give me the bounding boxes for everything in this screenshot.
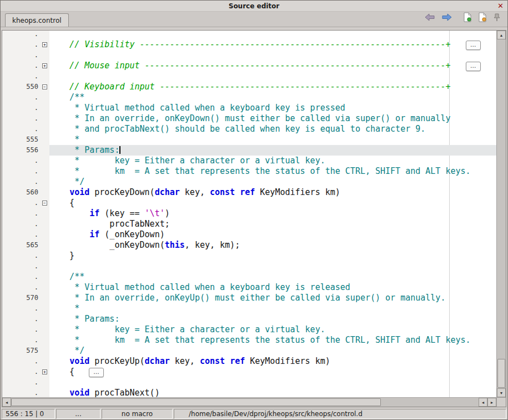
code-line[interactable]: . */ bbox=[2, 177, 496, 187]
line-number: . bbox=[2, 251, 41, 261]
code-text bbox=[49, 71, 496, 82]
open-document-button[interactable] bbox=[478, 12, 487, 24]
line-number: . bbox=[2, 272, 41, 282]
code-text bbox=[49, 31, 496, 39]
status-bar: 556 : 15 | 0 ... no macro /home/basile/D… bbox=[1, 408, 507, 419]
fold-minus-icon[interactable]: − bbox=[42, 201, 47, 206]
fold-margin bbox=[41, 145, 49, 156]
collapsed-code-icon[interactable]: ... bbox=[466, 41, 481, 50]
fold-margin bbox=[41, 31, 49, 39]
code-line[interactable]: .+ // Mouse input ----------------------… bbox=[2, 61, 496, 71]
code-line[interactable]: 550− // Keyboard input -----------------… bbox=[2, 82, 496, 92]
detach-editor-button[interactable] bbox=[493, 13, 501, 23]
code-line[interactable]: .+ {... bbox=[2, 367, 496, 377]
title-bar[interactable]: Source editor ✕ bbox=[1, 1, 507, 12]
fold-margin bbox=[41, 124, 49, 134]
text-cursor bbox=[119, 146, 120, 154]
code-text: * bbox=[49, 303, 496, 314]
nav-back-button[interactable] bbox=[424, 13, 435, 23]
editor-frame: ..+ // Visibility ----------------------… bbox=[2, 30, 506, 407]
code-line[interactable]: 555 * bbox=[2, 134, 496, 145]
code-line[interactable]: . } bbox=[2, 251, 496, 261]
code-line[interactable]: . procTabNext; bbox=[2, 219, 496, 229]
line-number: . bbox=[2, 388, 41, 397]
code-line[interactable]: . * bbox=[2, 303, 496, 314]
code-line[interactable]: . bbox=[2, 50, 496, 61]
code-line[interactable]: 556 * Params: bbox=[2, 145, 496, 156]
code-text: void procTabNext() bbox=[49, 388, 496, 397]
line-number: 560 bbox=[2, 187, 41, 198]
line-number: . bbox=[2, 177, 41, 187]
fold-plus-icon[interactable]: + bbox=[42, 63, 47, 68]
fold-minus-icon[interactable]: − bbox=[42, 84, 47, 89]
horizontal-scrollbar[interactable]: ◄ ◄ ► bbox=[2, 397, 496, 407]
vertical-scrollbar[interactable]: ▲ ▼ bbox=[496, 31, 506, 397]
code-line[interactable]: . * key = Either a character or a virtua… bbox=[2, 324, 496, 335]
fold-margin bbox=[41, 356, 49, 367]
code-text: _onKeyDown(this, key, km); bbox=[49, 240, 496, 251]
fold-plus-icon[interactable]: + bbox=[42, 369, 47, 374]
code-line[interactable]: . bbox=[2, 71, 496, 82]
nav-forward-button[interactable] bbox=[441, 13, 452, 23]
code-line[interactable]: 565 _onKeyDown(this, key, km); bbox=[2, 240, 496, 251]
code-text: if (key == '\t') bbox=[49, 208, 496, 219]
code-line[interactable]: . * km = A set that represents the statu… bbox=[2, 335, 496, 346]
status-macro: no macro bbox=[102, 409, 173, 419]
code-line[interactable]: . bbox=[2, 261, 496, 272]
code-text bbox=[49, 377, 496, 388]
code-line[interactable]: . * In an override, onKeyDown() must eit… bbox=[2, 113, 496, 124]
code-text: {... bbox=[49, 367, 496, 377]
new-document-button[interactable] bbox=[463, 12, 472, 24]
page-orange-dot-icon bbox=[478, 12, 487, 24]
code-line[interactable]: . bbox=[2, 31, 496, 39]
code-text: /** bbox=[49, 272, 496, 282]
tab-label: kheops.control bbox=[12, 17, 62, 24]
code-line[interactable]: . if (key == '\t') bbox=[2, 208, 496, 219]
fold-margin bbox=[41, 282, 49, 293]
fold-margin bbox=[41, 92, 49, 103]
scroll-right-button[interactable]: ► bbox=[487, 398, 496, 407]
line-number: . bbox=[2, 377, 41, 388]
fold-margin bbox=[41, 156, 49, 166]
code-line[interactable]: .− { bbox=[2, 198, 496, 208]
code-line[interactable]: 575 */ bbox=[2, 346, 496, 356]
line-number: . bbox=[2, 282, 41, 293]
code-line[interactable]: . * km = A set that represents the statu… bbox=[2, 166, 496, 177]
code-text: * In an override, onKeyDown() must eithe… bbox=[49, 113, 496, 124]
code-line[interactable]: 560 void procKeyDown(dchar key, const re… bbox=[2, 187, 496, 198]
code-line[interactable]: .+ // Visibility -----------------------… bbox=[2, 39, 496, 50]
collapsed-code-icon[interactable]: ... bbox=[466, 62, 481, 71]
fold-margin: + bbox=[41, 61, 49, 71]
code-line[interactable]: . if (_onKeyDown) bbox=[2, 229, 496, 240]
tab-kheops-control[interactable]: kheops.control bbox=[5, 13, 69, 27]
code-line[interactable]: 570 * In an override, onKeyUp() must eit… bbox=[2, 293, 496, 303]
code-text: { bbox=[49, 198, 496, 208]
code-lines: ..+ // Visibility ----------------------… bbox=[2, 31, 496, 397]
fold-plus-icon[interactable]: + bbox=[42, 42, 47, 47]
scroll-left-button[interactable]: ◄ bbox=[2, 398, 11, 407]
vertical-scroll-thumb[interactable] bbox=[497, 359, 505, 388]
horizontal-scroll-thumb[interactable] bbox=[11, 398, 381, 406]
horizontal-scroll-track[interactable] bbox=[381, 398, 479, 407]
vertical-scroll-track[interactable] bbox=[497, 39, 506, 388]
scroll-up-button[interactable]: ▲ bbox=[497, 31, 506, 39]
close-button[interactable]: ✕ bbox=[496, 2, 505, 10]
code-line[interactable]: . void procKeyUp(dchar key, const ref Ke… bbox=[2, 356, 496, 367]
scroll-left-button-2[interactable]: ◄ bbox=[479, 398, 487, 407]
line-number: . bbox=[2, 367, 41, 377]
pin-icon bbox=[493, 13, 501, 23]
collapsed-code-icon[interactable]: ... bbox=[89, 368, 104, 377]
code-line[interactable]: . /** bbox=[2, 92, 496, 103]
code-line[interactable]: . * Virtual method called when a keyboar… bbox=[2, 103, 496, 113]
fold-margin bbox=[41, 229, 49, 240]
code-line[interactable]: . * Params: bbox=[2, 314, 496, 324]
scroll-down-button[interactable]: ▼ bbox=[497, 388, 506, 397]
code-line[interactable]: . * Virtual method called when a keyboar… bbox=[2, 282, 496, 293]
code-line[interactable]: . bbox=[2, 377, 496, 388]
code-line[interactable]: . * key = Either a character or a virtua… bbox=[2, 156, 496, 166]
line-number: . bbox=[2, 50, 41, 61]
code-area[interactable]: ..+ // Visibility ----------------------… bbox=[2, 31, 496, 397]
code-line[interactable]: . void procTabNext() bbox=[2, 388, 496, 397]
code-line[interactable]: . /** bbox=[2, 272, 496, 282]
code-line[interactable]: . * and procTabNext() should be called w… bbox=[2, 124, 496, 134]
